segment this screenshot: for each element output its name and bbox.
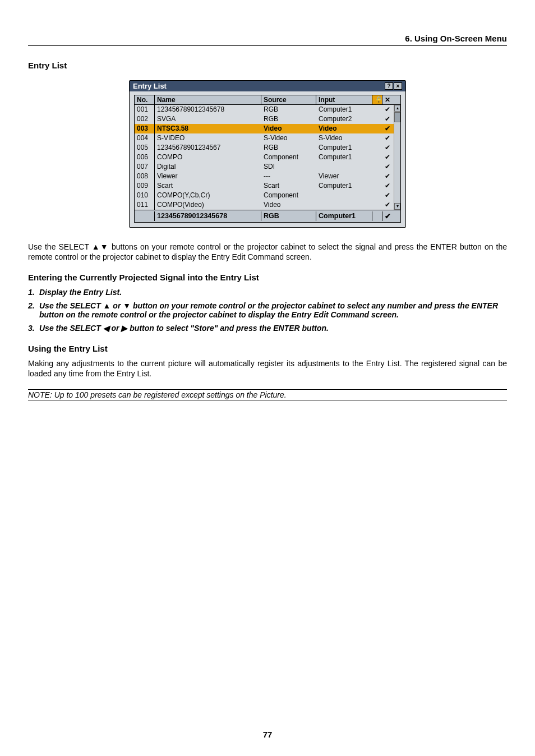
cell-no: 006 <box>135 153 155 162</box>
close-icon[interactable]: × <box>394 82 402 90</box>
table-row[interactable]: 008Viewer---Viewer✔ <box>135 172 400 181</box>
cell-source: RGB <box>261 143 316 153</box>
col-header-no: No. <box>135 95 155 104</box>
cell-no: 007 <box>135 162 155 172</box>
status-check-icon: ✔ <box>382 211 393 221</box>
table-row[interactable]: 004S-VIDEOS-VideoS-Video✔ <box>135 133 400 143</box>
cell-no: 011 <box>135 200 155 210</box>
step-number: 1. <box>28 288 39 297</box>
table-row[interactable]: 009ScartScartComputer1✔ <box>135 181 400 191</box>
status-source: RGB <box>261 211 316 221</box>
page-number: 77 <box>0 730 535 739</box>
cell-lock <box>372 143 382 153</box>
cell-input <box>316 191 372 200</box>
subheading-using: Using the Entry List <box>28 344 507 353</box>
check-icon: ✔ <box>382 114 393 124</box>
check-icon: ✔ <box>382 153 393 162</box>
cell-source: RGB <box>261 114 316 124</box>
cell-lock <box>372 105 382 114</box>
cell-input <box>316 162 372 172</box>
cell-name: Viewer <box>155 172 261 181</box>
table-row[interactable]: 006COMPOComponentComputer1✔ <box>135 153 400 162</box>
cell-no: 001 <box>135 105 155 114</box>
col-header-delete-icon: ✕ <box>382 95 393 104</box>
cell-no: 003 <box>135 124 155 133</box>
check-icon: ✔ <box>382 124 393 133</box>
cell-lock <box>372 133 382 143</box>
cell-source: S-Video <box>261 133 316 143</box>
table-row[interactable]: 011COMPO(Video)Video✔ <box>135 200 400 210</box>
scroll-thumb[interactable] <box>394 112 400 122</box>
table-row[interactable]: 002SVGARGBComputer2✔ <box>135 114 400 124</box>
cell-source: Video <box>261 124 316 133</box>
cell-input <box>316 200 372 210</box>
table-row[interactable]: 003NTSC3.58VideoVideo✔ <box>135 124 400 133</box>
cell-name: COMPO(Video) <box>155 200 261 210</box>
cell-input: Computer2 <box>316 114 372 124</box>
status-input: Computer1 <box>316 211 372 221</box>
cell-lock <box>372 200 382 210</box>
cell-name: 12345678901234567 <box>155 143 261 153</box>
help-icon[interactable]: ? <box>385 82 393 90</box>
paragraph-usage: Use the SELECT ▲▼ buttons on your remote… <box>28 242 507 262</box>
cell-lock <box>372 172 382 181</box>
step-text: Display the Entry List. <box>39 288 507 297</box>
scroll-up-icon[interactable]: ▴ <box>394 105 400 112</box>
status-name: 123456789012345678 <box>155 211 261 221</box>
check-icon: ✔ <box>382 143 393 153</box>
grid-header: No. Name Source Input 🔒 ✕ <box>135 95 400 105</box>
status-row: 123456789012345678 RGB Computer1 ✔ <box>135 210 400 222</box>
scroll-down-icon[interactable]: ▾ <box>394 203 400 210</box>
col-header-scroll <box>393 95 400 104</box>
step-number: 3. <box>28 324 39 333</box>
step-text: Use the SELECT ▲ or ▼ button on your rem… <box>39 301 507 319</box>
cell-name: NTSC3.58 <box>155 124 261 133</box>
section-title: Entry List <box>28 61 507 70</box>
cell-no: 002 <box>135 114 155 124</box>
cell-name: SVGA <box>155 114 261 124</box>
cell-source: Component <box>261 191 316 200</box>
col-header-input: Input <box>316 95 372 104</box>
cell-name: COMPO <box>155 153 261 162</box>
cell-source: Scart <box>261 181 316 191</box>
cell-input: Viewer <box>316 172 372 181</box>
cell-name: 123456789012345678 <box>155 105 261 114</box>
table-row[interactable]: 007DigitalSDI✔ <box>135 162 400 172</box>
cell-no: 005 <box>135 143 155 153</box>
cell-name: COMPO(Y,Cb,Cr) <box>155 191 261 200</box>
col-header-name: Name <box>155 95 261 104</box>
steps-list: 1.Display the Entry List.2.Use the SELEC… <box>28 288 507 333</box>
chapter-header: 6. Using On-Screen Menu <box>28 34 507 46</box>
scrollbar[interactable]: ▴ ▾ <box>394 105 400 210</box>
cell-input: Computer1 <box>316 105 372 114</box>
cell-source: Component <box>261 153 316 162</box>
cell-input: Computer1 <box>316 153 372 162</box>
cell-lock <box>372 153 382 162</box>
cell-no: 010 <box>135 191 155 200</box>
cell-input: Video <box>316 124 372 133</box>
table-row[interactable]: 00512345678901234567RGBComputer1✔ <box>135 143 400 153</box>
cell-lock <box>372 181 382 191</box>
note-text: NOTE: Up to 100 presets can be registere… <box>28 389 507 400</box>
cell-input: Computer1 <box>316 143 372 153</box>
cell-lock <box>372 162 382 172</box>
col-header-lock-icon: 🔒 <box>372 95 382 104</box>
table-row[interactable]: 001123456789012345678RGBComputer1✔ <box>135 105 400 114</box>
check-icon: ✔ <box>382 172 393 181</box>
table-row[interactable]: 010COMPO(Y,Cb,Cr)Component✔ <box>135 191 400 200</box>
check-icon: ✔ <box>382 133 393 143</box>
cell-no: 009 <box>135 181 155 191</box>
cell-name: Digital <box>155 162 261 172</box>
entry-list-grid: No. Name Source Input 🔒 ✕ 00112345678901… <box>134 95 401 223</box>
cell-input: S-Video <box>316 133 372 143</box>
check-icon: ✔ <box>382 191 393 200</box>
step-item: 2.Use the SELECT ▲ or ▼ button on your r… <box>28 301 507 319</box>
step-item: 3.Use the SELECT ◀ or ▶ button to select… <box>28 324 507 333</box>
step-item: 1.Display the Entry List. <box>28 288 507 297</box>
check-icon: ✔ <box>382 105 393 114</box>
check-icon: ✔ <box>382 162 393 172</box>
step-number: 2. <box>28 301 39 319</box>
subheading-entering: Entering the Currently Projected Signal … <box>28 273 507 282</box>
cell-source: SDI <box>261 162 316 172</box>
dialog-titlebar: Entry List ? × <box>130 81 405 91</box>
